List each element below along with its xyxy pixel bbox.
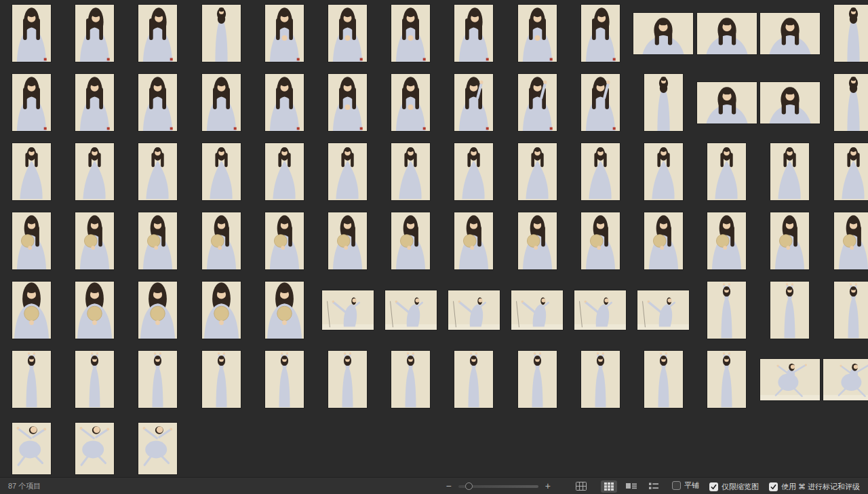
photo-thumbnail[interactable] — [202, 282, 241, 339]
checkbox-unchecked-icon[interactable] — [672, 481, 681, 490]
photo-thumbnail[interactable] — [834, 5, 868, 62]
photo-thumbnail[interactable] — [581, 143, 620, 200]
photo-thumbnail[interactable] — [834, 212, 868, 269]
photo-thumbnail[interactable] — [138, 143, 177, 200]
photo-thumbnail[interactable] — [391, 351, 430, 408]
photo-thumbnail[interactable] — [518, 74, 557, 131]
photo-thumbnail[interactable] — [697, 82, 757, 124]
photo-thumbnail[interactable] — [12, 282, 51, 339]
photo-thumbnail[interactable] — [644, 74, 683, 131]
thumbnail-grid-view-icon[interactable] — [601, 480, 617, 493]
photo-thumbnail[interactable] — [760, 359, 820, 400]
photo-thumbnail[interactable] — [138, 423, 177, 474]
photo-thumbnail[interactable] — [391, 212, 430, 269]
photo-thumbnail[interactable] — [138, 212, 177, 269]
photo-thumbnail[interactable] — [385, 290, 437, 330]
photo-thumbnail[interactable] — [574, 290, 626, 330]
photo-thumbnail[interactable] — [12, 74, 51, 131]
photo-thumbnail[interactable] — [760, 13, 820, 54]
photo-thumbnail[interactable] — [770, 143, 809, 200]
photo-thumbnail[interactable] — [834, 282, 868, 339]
checkbox-checked-icon[interactable] — [709, 482, 718, 491]
photo-thumbnail[interactable] — [770, 282, 809, 339]
photo-thumbnail[interactable] — [454, 351, 493, 408]
photo-thumbnail[interactable] — [138, 74, 177, 131]
photo-thumbnail[interactable] — [518, 143, 557, 200]
photo-thumbnail[interactable] — [202, 351, 241, 408]
photo-thumbnail[interactable] — [328, 212, 367, 269]
photo-thumbnail[interactable] — [454, 5, 493, 62]
grid-lock-view-icon[interactable] — [572, 480, 590, 493]
photo-thumbnail[interactable] — [12, 212, 51, 269]
photo-thumbnail[interactable] — [265, 351, 304, 408]
photo-thumbnail[interactable] — [454, 143, 493, 200]
photo-thumbnail[interactable] — [75, 74, 114, 131]
photo-thumbnail[interactable] — [633, 13, 693, 54]
photo-thumbnail[interactable] — [265, 5, 304, 62]
photo-thumbnail[interactable] — [75, 212, 114, 269]
photo-thumbnail[interactable] — [328, 74, 367, 131]
photo-thumbnail[interactable] — [644, 351, 683, 408]
photo-thumbnail[interactable] — [581, 212, 620, 269]
photo-thumbnail[interactable] — [644, 143, 683, 200]
photo-thumbnail[interactable] — [202, 74, 241, 131]
photo-thumbnail[interactable] — [75, 423, 114, 474]
option-label[interactable]: 平铺 — [684, 480, 699, 491]
photo-thumbnail[interactable] — [391, 74, 430, 131]
photo-thumbnail[interactable] — [707, 351, 746, 408]
photo-thumbnail[interactable] — [637, 290, 689, 330]
photo-thumbnail[interactable] — [391, 143, 430, 200]
details-view-icon[interactable] — [623, 480, 640, 493]
photo-thumbnail[interactable] — [823, 359, 868, 400]
photo-thumbnail[interactable] — [644, 212, 683, 269]
photo-thumbnail[interactable] — [202, 143, 241, 200]
photo-thumbnail[interactable] — [138, 5, 177, 62]
list-view-icon[interactable] — [646, 480, 662, 493]
photo-thumbnail[interactable] — [581, 351, 620, 408]
photo-thumbnail[interactable] — [707, 282, 746, 339]
photo-thumbnail[interactable] — [707, 143, 746, 200]
photo-thumbnail[interactable] — [834, 143, 868, 200]
photo-thumbnail[interactable] — [202, 212, 241, 269]
photo-thumbnail[interactable] — [328, 143, 367, 200]
photo-thumbnail[interactable] — [265, 212, 304, 269]
photo-thumbnail[interactable] — [75, 5, 114, 62]
photo-thumbnail[interactable] — [328, 5, 367, 62]
photo-thumbnail[interactable] — [454, 212, 493, 269]
photo-thumbnail[interactable] — [454, 74, 493, 131]
photo-thumbnail[interactable] — [75, 351, 114, 408]
photo-thumbnail[interactable] — [12, 351, 51, 408]
photo-thumbnail[interactable] — [202, 5, 241, 62]
photo-thumbnail[interactable] — [265, 282, 304, 339]
photo-thumbnail[interactable] — [834, 74, 868, 131]
photo-thumbnail[interactable] — [760, 82, 820, 124]
photo-thumbnail[interactable] — [391, 5, 430, 62]
slider-handle[interactable] — [465, 482, 473, 490]
photo-thumbnail[interactable] — [511, 290, 563, 330]
photo-thumbnail[interactable] — [518, 212, 557, 269]
thumbnail-size-slider[interactable] — [458, 482, 538, 490]
photo-thumbnail[interactable] — [75, 282, 114, 339]
photo-thumbnail[interactable] — [75, 143, 114, 200]
photo-thumbnail[interactable] — [518, 351, 557, 408]
photo-thumbnail[interactable] — [322, 290, 374, 330]
photo-thumbnail[interactable] — [770, 212, 809, 269]
photo-thumbnail[interactable] — [581, 5, 620, 62]
option-label[interactable]: 使用 ⌘ 进行标记和评级 — [781, 482, 860, 492]
photo-thumbnail[interactable] — [448, 290, 500, 330]
photo-thumbnail[interactable] — [265, 143, 304, 200]
photo-thumbnail[interactable] — [12, 143, 51, 200]
photo-thumbnail[interactable] — [12, 423, 51, 474]
photo-thumbnail[interactable] — [707, 212, 746, 269]
photo-thumbnail[interactable] — [581, 74, 620, 131]
zoom-in-button[interactable]: + — [542, 481, 553, 491]
checkbox-checked-icon[interactable] — [769, 482, 778, 491]
photo-thumbnail[interactable] — [138, 351, 177, 408]
zoom-out-button[interactable]: − — [443, 481, 454, 491]
photo-thumbnail[interactable] — [12, 5, 51, 62]
option-label[interactable]: 仅限缩览图 — [722, 482, 759, 492]
photo-thumbnail[interactable] — [518, 5, 557, 62]
photo-thumbnail[interactable] — [138, 282, 177, 339]
photo-thumbnail[interactable] — [328, 351, 367, 408]
photo-thumbnail[interactable] — [697, 13, 757, 54]
